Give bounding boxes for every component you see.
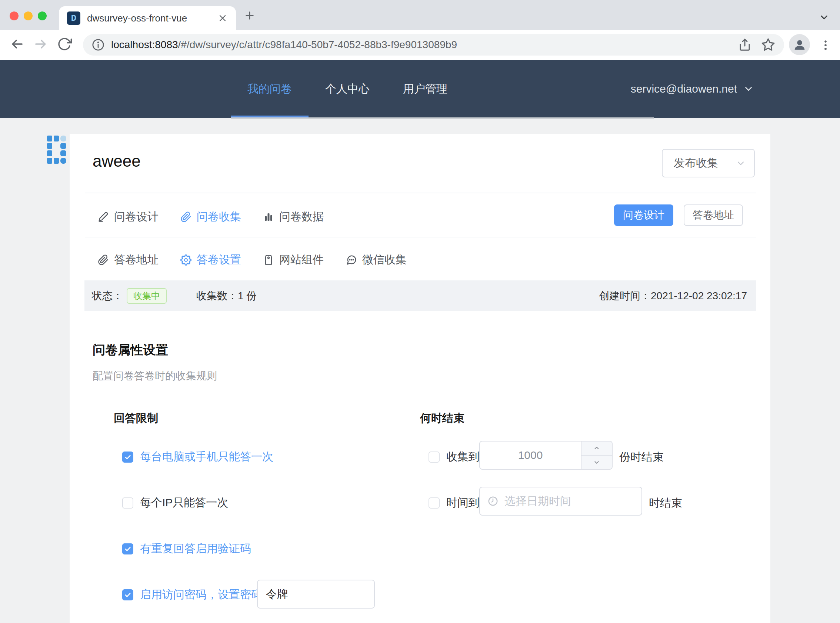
- stepper-down-icon[interactable]: [581, 456, 612, 469]
- stepper-up-icon[interactable]: [581, 442, 612, 456]
- tab-close-icon[interactable]: [218, 13, 228, 23]
- label-time-to[interactable]: 时间到: [446, 495, 480, 510]
- divider: [85, 237, 756, 238]
- checkbox-collect-to[interactable]: [429, 451, 440, 463]
- reload-icon[interactable]: [57, 37, 72, 52]
- checkbox-one-answer-per-ip[interactable]: [122, 497, 133, 509]
- chat-bubble-icon: [346, 255, 357, 265]
- status-badge: 收集中: [127, 288, 167, 304]
- nav-item-personal-center[interactable]: 个人中心: [308, 60, 386, 118]
- browser-menu-icon[interactable]: [819, 39, 832, 52]
- survey-detail-card: aweee 发布收集 问卷设计 问卷收集 问卷数据 问卷设计 答卷地址 答卷地址: [70, 134, 770, 623]
- nav-item-user-management[interactable]: 用户管理: [386, 60, 464, 118]
- minimize-window-button[interactable]: [24, 11, 32, 20]
- tab-favicon: D: [67, 11, 80, 25]
- nav-item-my-surveys[interactable]: 我的问卷: [231, 60, 308, 118]
- label-access-password[interactable]: 启用访问密码，设置密码: [140, 587, 262, 602]
- status-bar: 状态： 收集中 收集数：1 份 创建时间：2021-12-02 23:02:17: [84, 280, 756, 311]
- divider: [85, 193, 756, 193]
- user-menu-chevron-icon: [743, 83, 754, 94]
- row-captcha-on-repeat: 有重复回答启用验证码: [122, 541, 251, 556]
- diaowen-logo-icon[interactable]: [47, 135, 66, 164]
- tab-survey-data[interactable]: 问卷数据: [263, 209, 324, 224]
- tab-survey-collect-label: 问卷收集: [197, 209, 241, 224]
- window-controls: [10, 11, 47, 20]
- share-icon[interactable]: [738, 38, 751, 52]
- settings-subheading: 配置问卷答卷时的收集规则: [93, 369, 217, 383]
- answer-url-button[interactable]: 答卷地址: [684, 204, 743, 226]
- tab-survey-collect[interactable]: 问卷收集: [180, 209, 241, 224]
- menu-bottom-border: [231, 117, 654, 119]
- survey-design-button[interactable]: 问卷设计: [614, 204, 673, 226]
- paperclip-icon: [98, 255, 109, 265]
- settings-heading: 问卷属性设置: [93, 342, 168, 359]
- publish-collect-select[interactable]: 发布收集: [662, 149, 755, 177]
- label-collect-to[interactable]: 收集到: [446, 449, 480, 465]
- row-one-answer-per-ip: 每个IP只能答一次: [122, 495, 228, 510]
- back-icon[interactable]: [10, 37, 25, 52]
- row-collect-to: 收集到: [429, 449, 480, 465]
- collect-count-input[interactable]: 1000: [480, 442, 581, 469]
- browser-tab-strip: D dwsurvey-oss-front-vue: [0, 0, 840, 30]
- browser-tab[interactable]: D dwsurvey-oss-front-vue: [59, 6, 236, 30]
- user-menu[interactable]: service@diaowen.net: [631, 60, 754, 118]
- subtab-site-widget[interactable]: 网站组件: [263, 252, 324, 267]
- collect-count-stepper: 1000: [479, 441, 613, 470]
- link-icon: [180, 212, 192, 222]
- subtab-wechat-collect[interactable]: 微信收集: [346, 252, 407, 267]
- access-password-input[interactable]: [257, 580, 375, 609]
- browser-toolbar: localhost:8083/#/dw/survey/c/attr/c98fa1…: [0, 30, 840, 60]
- subtab-answer-url-label: 答卷地址: [114, 252, 158, 267]
- collect-count: 收集数：1 份: [196, 289, 257, 303]
- bar-chart-icon: [263, 212, 274, 222]
- check-icon: [124, 453, 132, 461]
- forward-icon[interactable]: [33, 37, 48, 52]
- site-info-icon[interactable]: [92, 38, 104, 51]
- browser-profile-avatar[interactable]: [789, 34, 810, 55]
- pencil-icon: [98, 212, 109, 222]
- publish-collect-select-value: 发布收集: [674, 156, 736, 171]
- label-one-answer-per-ip[interactable]: 每个IP只能答一次: [140, 495, 228, 510]
- url-host: localhost:8083: [111, 39, 178, 51]
- tag-icon: [263, 255, 274, 265]
- bookmark-star-icon[interactable]: [761, 38, 775, 52]
- check-icon: [124, 545, 132, 552]
- row-time-to: 时间到: [429, 495, 480, 510]
- subtab-answer-settings[interactable]: 答卷设置: [180, 252, 241, 267]
- time-to-suffix: 时结束: [649, 496, 682, 511]
- tab-search-chevron-icon[interactable]: [819, 12, 829, 23]
- checkbox-captcha-on-repeat[interactable]: [122, 543, 133, 554]
- gear-icon: [180, 255, 192, 265]
- tab-title: dwsurvey-oss-front-vue: [87, 12, 218, 24]
- checkbox-time-to[interactable]: [429, 497, 440, 509]
- checkbox-one-answer-per-device[interactable]: [122, 451, 133, 463]
- row-one-answer-per-device: 每台电脑或手机只能答一次: [122, 449, 273, 465]
- collect-to-suffix: 份时结束: [619, 450, 664, 465]
- tab-survey-data-label: 问卷数据: [279, 209, 324, 224]
- stepper-controls: [581, 442, 612, 469]
- checkbox-access-password[interactable]: [122, 589, 133, 600]
- subtab-wechat-collect-label: 微信收集: [362, 252, 407, 267]
- end-rules-group-title: 何时结束: [420, 411, 464, 426]
- status-label: 状态：: [92, 289, 123, 303]
- label-one-answer-per-device[interactable]: 每台电脑或手机只能答一次: [140, 449, 273, 465]
- close-window-button[interactable]: [10, 11, 18, 20]
- zoom-window-button[interactable]: [38, 11, 47, 20]
- label-captcha-on-repeat[interactable]: 有重复回答启用验证码: [140, 541, 251, 556]
- url-text[interactable]: localhost:8083/#/dw/survey/c/attr/c98fa1…: [111, 39, 728, 51]
- new-tab-button[interactable]: [244, 10, 256, 21]
- app-header: DIAOWEN 调问 OSS 我的问卷 个人中心 用户管理 service@di…: [0, 60, 840, 118]
- subtab-answer-url[interactable]: 答卷地址: [98, 252, 158, 267]
- end-datetime-picker[interactable]: 选择日期时间: [479, 487, 642, 516]
- address-bar[interactable]: localhost:8083/#/dw/survey/c/attr/c98fa1…: [83, 34, 784, 55]
- answer-limit-group-title: 回答限制: [114, 411, 158, 426]
- tab-survey-design[interactable]: 问卷设计: [98, 209, 158, 224]
- row-access-password: 启用访问密码，设置密码: [122, 587, 262, 602]
- survey-title: aweee: [93, 152, 141, 170]
- clock-icon: [487, 496, 498, 507]
- datetime-placeholder: 选择日期时间: [504, 494, 571, 509]
- check-icon: [124, 591, 132, 598]
- url-path: /#/dw/survey/c/attr/c98fa140-50b7-4052-8…: [178, 39, 457, 51]
- tab-survey-design-label: 问卷设计: [114, 209, 158, 224]
- created-time: 创建时间：2021-12-02 23:02:17: [599, 289, 747, 303]
